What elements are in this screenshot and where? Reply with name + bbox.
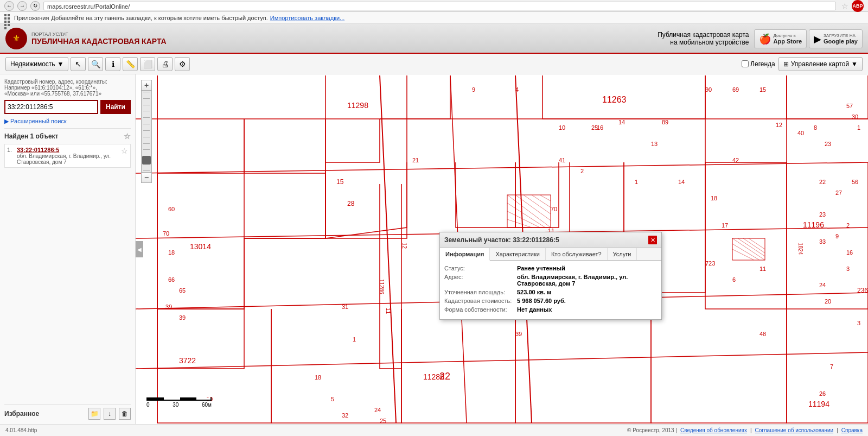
svg-text:60: 60 <box>168 206 175 212</box>
agreement-link[interactable]: Соглашение об использовании <box>755 427 834 433</box>
zoom-tick <box>143 137 150 137</box>
svg-text:89: 89 <box>662 119 668 125</box>
print-tool-button[interactable]: 🖨 <box>157 57 173 71</box>
favorites-label: Избранное <box>4 410 85 418</box>
help-link[interactable]: Справка <box>841 427 863 433</box>
scale-0: 0 <box>146 402 150 408</box>
reload-button[interactable]: ↻ <box>30 1 40 11</box>
search-tool-button[interactable]: 🔍 <box>88 57 103 71</box>
tab-characteristics[interactable]: Характеристики <box>490 248 546 260</box>
svg-text:18: 18 <box>315 374 321 381</box>
svg-text:12: 12 <box>401 243 407 249</box>
legend-checkbox-label[interactable]: Легенда <box>742 60 775 68</box>
appstore-button[interactable]: 🍎 Доступно в App Store <box>754 29 807 48</box>
advanced-search-link[interactable]: ▶ Расширенный поиск <box>4 118 67 124</box>
tab-service[interactable]: Кто обслуживает? <box>546 248 608 260</box>
svg-text:69: 69 <box>732 86 739 93</box>
svg-text:33: 33 <box>819 238 826 245</box>
google-play-icon: ▶ <box>814 33 821 45</box>
zoom-in-button[interactable]: + <box>141 80 152 91</box>
manage-map-label: Управление картой <box>791 60 849 68</box>
svg-text:57: 57 <box>846 103 853 109</box>
info-row-status: Статус: Ранее учтенный <box>444 265 657 271</box>
svg-text:11263: 11263 <box>602 95 627 104</box>
legend-checkbox[interactable] <box>742 60 749 67</box>
popup-close-button[interactable]: ✕ <box>648 236 657 244</box>
status-value: Ранее учтенный <box>517 265 565 271</box>
url-bar[interactable]: maps.rosreestr.ru/PortalOnline/ <box>43 2 836 10</box>
favorites-add-button[interactable]: 📁 <box>88 408 100 420</box>
info-row-ownership: Форма собственности: Нет данных <box>444 306 657 313</box>
map-collapse-arrow[interactable]: ◀ <box>136 241 143 257</box>
toolbar-left: Недвижимость ▼ ↖ 🔍 ℹ 📏 ⬜ 🖨 ⚙ <box>5 57 739 71</box>
svg-text:22: 22 <box>819 179 826 185</box>
result-cadastral-link[interactable]: 33:22:011286:5 <box>17 147 119 153</box>
updates-link[interactable]: Сведения об обновлениях <box>680 427 747 433</box>
property-type-label: Недвижимость <box>10 60 55 68</box>
search-example-2: «Москва» или «55.755768, 37.617671» <box>4 91 131 97</box>
svg-text:7: 7 <box>830 363 833 370</box>
svg-text:4: 4 <box>515 86 519 93</box>
googleplay-button[interactable]: ▶ ЗАГРУЗИТЕ НА Google play <box>809 29 863 48</box>
info-tool-button[interactable]: ℹ <box>105 57 120 71</box>
footer: 4.01.484.http © Росреестр, 2013 | Сведен… <box>0 424 868 436</box>
zoom-handle[interactable] <box>142 156 151 165</box>
import-icon: ↓ <box>108 410 111 418</box>
svg-text:70: 70 <box>163 230 169 237</box>
header-title-group: ПОРТАЛ УСЛУГ ПУБЛИЧНАЯ КАДАСТРОВАЯ КАРТА <box>31 31 167 46</box>
svg-text:32: 32 <box>342 412 348 419</box>
tab-services[interactable]: Услуги <box>608 248 637 260</box>
tab-information[interactable]: Информация <box>440 248 490 261</box>
property-type-dropdown[interactable]: Недвижимость ▼ <box>5 57 68 71</box>
back-button[interactable]: ← <box>4 1 14 11</box>
area-tool-button[interactable]: ⬜ <box>140 57 155 71</box>
results-count: Найден 1 объект <box>4 132 59 140</box>
svg-text:56: 56 <box>852 179 858 185</box>
measure-icon: 📏 <box>126 60 135 68</box>
search-box: Найти <box>4 100 131 114</box>
svg-text:11196: 11196 <box>803 220 824 229</box>
svg-text:25: 25 <box>380 418 386 424</box>
zoom-slider[interactable] <box>141 91 152 172</box>
svg-text:65: 65 <box>179 287 186 294</box>
user-avatar[interactable]: АВР <box>852 0 864 12</box>
search-button[interactable]: Найти <box>100 100 131 114</box>
svg-text:6: 6 <box>732 276 736 283</box>
map-area[interactable]: ◀ + − <box>136 74 868 424</box>
cursor-tool-button[interactable]: ↖ <box>71 57 86 71</box>
logo-emblem: ⚜ <box>5 28 27 49</box>
svg-text:40: 40 <box>797 130 804 136</box>
status-label: Статус: <box>444 265 515 271</box>
cost-label: Кадастровая стоимость: <box>444 298 515 304</box>
search-input[interactable] <box>4 100 98 114</box>
zoom-out-button[interactable]: − <box>141 172 152 183</box>
header-logo: ⚜ ПОРТАЛ УСЛУГ ПУБЛИЧНАЯ КАДАСТРОВАЯ КАР… <box>5 28 167 49</box>
print-icon: 🖨 <box>161 60 169 68</box>
trash-icon: 🗑 <box>122 410 128 418</box>
favorites-delete-button[interactable]: 🗑 <box>119 408 131 420</box>
svg-text:8: 8 <box>814 124 817 131</box>
svg-text:10: 10 <box>559 124 565 131</box>
svg-text:21: 21 <box>412 157 419 163</box>
svg-text:42: 42 <box>732 157 739 163</box>
header-title: ПУБЛИЧНАЯ КАДАСТРОВАЯ КАРТА <box>31 37 167 46</box>
favorites-import-button[interactable]: ↓ <box>104 408 116 420</box>
svg-text:1: 1 <box>353 336 356 343</box>
result-star-icon[interactable]: ☆ <box>121 147 128 155</box>
collapse-icon: ◀ <box>137 247 142 252</box>
import-bookmarks-link[interactable]: Импортировать закладки... <box>270 15 344 21</box>
svg-text:2: 2 <box>846 222 850 229</box>
svg-text:14: 14 <box>678 179 685 185</box>
search-hint-text: Кадастровый номер, адрес, координаты: <box>4 79 131 85</box>
star-icon[interactable]: ☆ <box>841 2 848 10</box>
zoom-tick <box>143 170 150 171</box>
svg-text:16: 16 <box>846 249 853 256</box>
scale-30: 30 <box>173 402 178 408</box>
mobile-text-1: Публичная кадастровая карта <box>658 31 749 39</box>
manage-map-button[interactable]: ⊞ Управление картой ▼ <box>778 57 863 71</box>
measure-tool-button[interactable]: 📏 <box>123 57 138 71</box>
svg-text:90: 90 <box>705 86 712 93</box>
forward-button[interactable]: → <box>17 1 27 11</box>
settings-tool-button[interactable]: ⚙ <box>175 57 190 71</box>
svg-text:48: 48 <box>760 331 766 337</box>
